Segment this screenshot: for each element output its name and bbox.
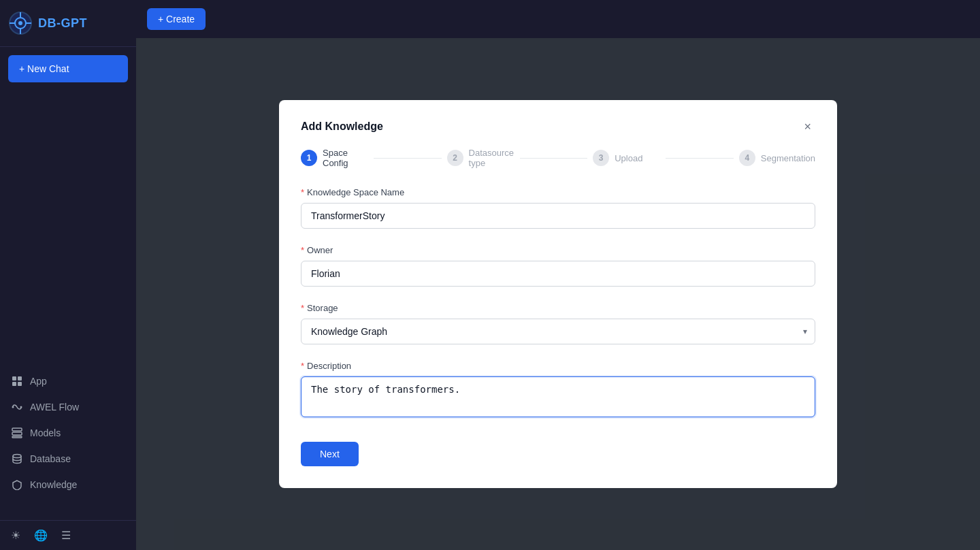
language-icon[interactable]: 🌐: [34, 529, 48, 542]
modal-header: Add Knowledge ×: [301, 119, 815, 134]
database-icon: [11, 453, 23, 465]
svg-point-16: [13, 455, 21, 458]
step-line-3: [666, 158, 733, 159]
sidebar-item-knowledge[interactable]: Knowledge: [0, 472, 136, 498]
sidebar-header: DB-GPT: [0, 0, 136, 47]
step-1: 1 Space Config: [301, 148, 368, 168]
models-icon: [11, 427, 23, 439]
knowledge-space-name-input[interactable]: [301, 203, 815, 229]
step-1-label: Space Config: [323, 148, 368, 168]
steps-indicator: 1 Space Config 2 Datasource type 3 Uploa…: [301, 148, 815, 168]
step-4-number: 4: [739, 150, 755, 166]
step-3: 3 Upload: [593, 150, 660, 166]
step-3-label: Upload: [615, 153, 642, 163]
step-2: 2 Datasource type: [447, 148, 514, 168]
sidebar-item-app-label: App: [30, 376, 47, 387]
add-knowledge-modal: Add Knowledge × 1 Space Config 2 Datasou…: [279, 100, 837, 488]
svg-rect-13: [12, 428, 22, 431]
svg-point-2: [18, 21, 22, 25]
main-area: Add Knowledge × 1 Space Config 2 Datasou…: [136, 38, 980, 550]
create-button[interactable]: + Create: [147, 8, 206, 30]
logo-icon: [8, 11, 33, 35]
step-line-1: [374, 158, 441, 159]
svg-rect-9: [12, 382, 16, 386]
svg-rect-10: [18, 382, 22, 386]
sidebar-item-database[interactable]: Database: [0, 446, 136, 472]
step-2-label: Datasource type: [469, 148, 514, 168]
sidebar-item-app[interactable]: App: [0, 368, 136, 394]
topbar: + Create: [136, 0, 980, 38]
sidebar-item-awel-flow-label: AWEL Flow: [30, 402, 79, 413]
storage-select[interactable]: Knowledge Graph Vector Store Full Text: [301, 319, 815, 344]
sidebar-item-awel-flow[interactable]: AWEL Flow: [0, 394, 136, 420]
sidebar-item-models-label: Models: [30, 427, 61, 438]
knowledge-space-name-label: * Knowledge Space Name: [301, 187, 815, 197]
sidebar-footer: ☀ 🌐 ☰: [0, 520, 136, 550]
svg-rect-14: [12, 432, 22, 435]
svg-rect-15: [12, 436, 22, 438]
next-button[interactable]: Next: [301, 442, 359, 466]
step-3-number: 3: [593, 150, 609, 166]
required-marker-1: *: [301, 187, 304, 197]
new-chat-button[interactable]: + New Chat: [8, 55, 128, 82]
logo-text: DB-GPT: [38, 16, 87, 31]
sidebar-item-models[interactable]: Models: [0, 420, 136, 446]
knowledge-icon: [11, 479, 23, 491]
sidebar-item-database-label: Database: [30, 453, 71, 464]
required-marker-3: *: [301, 303, 304, 313]
owner-label: * Owner: [301, 245, 815, 255]
description-label: * Description: [301, 361, 815, 371]
step-1-number: 1: [301, 150, 317, 166]
awel-flow-icon: [11, 401, 23, 413]
modal-title: Add Knowledge: [301, 120, 383, 133]
required-marker-4: *: [301, 361, 304, 371]
required-marker-2: *: [301, 245, 304, 255]
svg-point-11: [12, 406, 14, 408]
owner-input[interactable]: [301, 261, 815, 287]
storage-label: * Storage: [301, 303, 815, 313]
modal-overlay: Add Knowledge × 1 Space Config 2 Datasou…: [136, 38, 980, 550]
description-input[interactable]: The story of transformers.: [301, 376, 815, 417]
close-button[interactable]: ×: [800, 119, 815, 134]
svg-point-12: [20, 406, 22, 408]
storage-field: * Storage Knowledge Graph Vector Store F…: [301, 303, 815, 344]
menu-icon[interactable]: ☰: [61, 529, 71, 542]
theme-icon[interactable]: ☀: [11, 529, 20, 542]
step-2-number: 2: [447, 150, 463, 166]
sidebar-item-knowledge-label: Knowledge: [30, 479, 77, 490]
step-line-2: [520, 158, 587, 159]
description-field: * Description The story of transformers.: [301, 361, 815, 420]
step-4-label: Segmentation: [761, 153, 815, 163]
step-4: 4 Segmentation: [739, 150, 815, 166]
knowledge-space-name-field: * Knowledge Space Name: [301, 187, 815, 229]
svg-rect-8: [18, 376, 22, 381]
sidebar-nav: App AWEL Flow Models: [0, 363, 136, 520]
sidebar: DB-GPT + New Chat App: [0, 0, 136, 550]
storage-select-wrapper: Knowledge Graph Vector Store Full Text ▾: [301, 319, 815, 344]
app-icon: [11, 375, 23, 387]
svg-rect-7: [12, 376, 16, 381]
owner-field: * Owner: [301, 245, 815, 287]
